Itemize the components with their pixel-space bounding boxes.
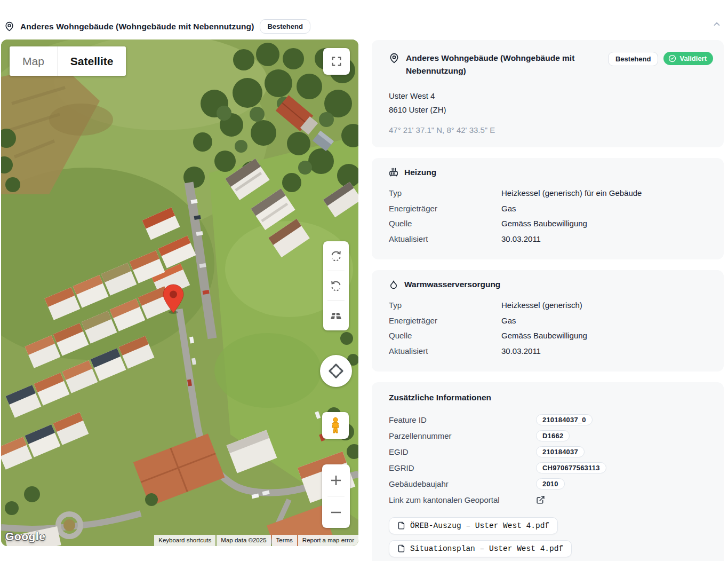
egrid-pill: CH970677563113 bbox=[536, 462, 606, 473]
detail-row: Typ Heizkessel (generisch) für ein Gebäu… bbox=[389, 186, 713, 201]
fullscreen-button[interactable] bbox=[323, 48, 350, 75]
detail-row: Energieträger Gas bbox=[389, 201, 713, 216]
building-detail-page: Anderes Wohngebäude (Wohngebäude mit Neb… bbox=[0, 0, 728, 561]
building-title: Anderes Wohngebäude (Wohngebäude mit Neb… bbox=[406, 52, 608, 77]
detail-row: Energieträger Gas bbox=[389, 313, 713, 328]
rotate-counterclockwise-button[interactable] bbox=[323, 271, 349, 301]
terms-link[interactable]: Terms bbox=[272, 535, 297, 546]
tilt-icon bbox=[330, 310, 342, 322]
page-header: Anderes Wohngebäude (Wohngebäude mit Neb… bbox=[4, 19, 310, 34]
chevron-up-icon[interactable] bbox=[712, 19, 722, 29]
detail-row: Quelle Gemäss Baubewilligung bbox=[389, 216, 713, 232]
rotate-cw-icon bbox=[330, 250, 342, 263]
location-marker[interactable] bbox=[162, 284, 185, 314]
report-map-error-link[interactable]: Report a map error bbox=[298, 535, 358, 546]
building-coordinates: 47° 21' 37.1" N, 8° 42' 33.5" E bbox=[389, 125, 713, 135]
page-title: Anderes Wohngebäude (Wohngebäude mit Neb… bbox=[20, 22, 254, 31]
map-attribution-bar: Keyboard shortcuts Map data ©2025 Terms … bbox=[153, 535, 358, 546]
building-address: Uster West 4 8610 Uster (ZH) bbox=[389, 89, 713, 117]
zoom-in-button[interactable] bbox=[322, 464, 350, 496]
tilt-view-button[interactable] bbox=[323, 301, 349, 330]
document-list: ÖREB-Auszug – Uster West 4.pdf Situation… bbox=[389, 511, 713, 557]
map-view-button[interactable]: Map bbox=[10, 46, 58, 76]
zoom-control bbox=[322, 464, 350, 528]
hot-water-card: Warmwasserversorgung Typ Heizkessel (gen… bbox=[372, 270, 724, 372]
keyboard-shortcuts-link[interactable]: Keyboard shortcuts bbox=[154, 535, 215, 546]
feature-id-pill: 210184037_0 bbox=[536, 414, 593, 425]
oereb-pdf-button[interactable]: ÖREB-Auszug – Uster West 4.pdf bbox=[389, 517, 558, 534]
detail-row: Aktualisiert 30.03.2011 bbox=[389, 343, 713, 359]
file-icon bbox=[397, 522, 405, 530]
geoportal-row: Link zum kantonalen Geoportal bbox=[389, 492, 713, 508]
detail-row: EGID 210184037 bbox=[389, 444, 713, 460]
detail-row: Feature ID 210184037_0 bbox=[389, 412, 713, 428]
address-line-1: Uster West 4 bbox=[389, 89, 713, 103]
google-logo[interactable]: Google bbox=[5, 530, 45, 543]
map-pin-icon bbox=[389, 53, 399, 64]
detail-row: Parzellennummer D1662 bbox=[389, 428, 713, 444]
zoom-out-button[interactable] bbox=[322, 496, 350, 528]
heating-card: Heizung Typ Heizkessel (generisch) für e… bbox=[372, 158, 724, 259]
map-container: Map Satellite bbox=[1, 39, 358, 546]
pan-control[interactable] bbox=[320, 355, 352, 387]
construction-year-pill: 2010 bbox=[536, 478, 565, 489]
minus-icon bbox=[330, 507, 342, 518]
additional-info-card: Zusätzliche Informationen Feature ID 210… bbox=[372, 382, 724, 561]
pegman-icon bbox=[329, 417, 342, 434]
detail-panel: Anderes Wohngebäude (Wohngebäude mit Neb… bbox=[372, 40, 724, 561]
map-type-control: Map Satellite bbox=[10, 46, 126, 76]
rotate-ccw-icon bbox=[330, 280, 342, 293]
parcel-number-pill: D1662 bbox=[536, 430, 570, 441]
heating-title: Heizung bbox=[404, 168, 436, 177]
detail-row: EGRID CH970677563113 bbox=[389, 460, 713, 476]
street-view-pegman-button[interactable] bbox=[322, 412, 349, 439]
status-badge: Bestehend bbox=[260, 19, 310, 34]
pan-arrows-icon bbox=[320, 355, 352, 387]
egid-pill: 210184037 bbox=[536, 446, 585, 457]
external-link-icon[interactable] bbox=[536, 495, 545, 504]
hot-water-title: Warmwasserversorgung bbox=[404, 280, 500, 289]
address-line-2: 8610 Uster (ZH) bbox=[389, 103, 713, 117]
rotate-clockwise-button[interactable] bbox=[323, 241, 349, 271]
validated-badge: Validiert bbox=[663, 52, 713, 65]
building-info-card: Anderes Wohngebäude (Wohngebäude mit Neb… bbox=[372, 40, 724, 147]
detail-row: Quelle Gemäss Baubewilligung bbox=[389, 328, 713, 344]
fullscreen-icon bbox=[331, 56, 342, 67]
situationsplan-pdf-button[interactable]: Situationsplan – Uster West 4.pdf bbox=[389, 540, 572, 557]
check-circle-icon bbox=[668, 54, 676, 62]
additional-info-title: Zusätzliche Informationen bbox=[389, 393, 713, 402]
map-pin-icon bbox=[4, 21, 14, 31]
detail-row: Gebäudebaujahr 2010 bbox=[389, 476, 713, 492]
plus-icon bbox=[330, 475, 342, 486]
map-data-copyright: Map data ©2025 bbox=[217, 535, 270, 546]
detail-row: Aktualisiert 30.03.2011 bbox=[389, 231, 713, 247]
heater-icon bbox=[389, 168, 398, 177]
detail-row: Typ Heizkessel (generisch) bbox=[389, 298, 713, 313]
status-badge: Bestehend bbox=[608, 52, 658, 66]
droplet-icon bbox=[389, 280, 398, 289]
rotate-tilt-panel bbox=[323, 241, 349, 330]
satellite-view-button[interactable]: Satellite bbox=[58, 46, 126, 76]
file-icon bbox=[397, 544, 405, 552]
